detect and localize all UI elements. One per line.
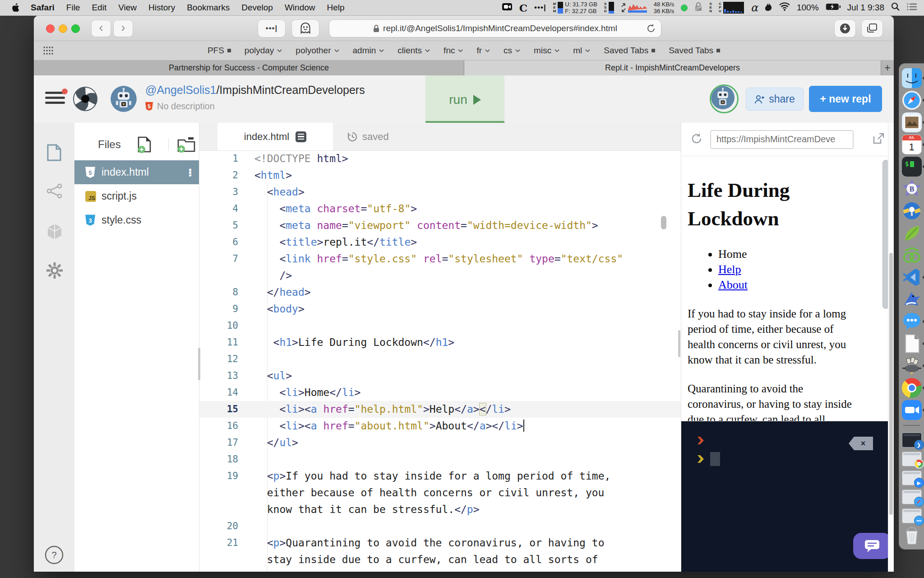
page-scrollbar-thumb[interactable] [889,253,893,515]
code-area[interactable]: 1<!DOCTYPE html>2<html>3 <head>4 <meta c… [199,150,681,572]
code-line-12[interactable]: 12 [199,351,681,368]
code-line-14[interactable]: 14 <li>Home</li> [199,384,681,401]
dock-minimized-messages-window[interactable]: ••• [902,508,922,523]
file-style.css[interactable]: 3style.css [74,208,199,232]
bookmark-saved-tabs-10[interactable]: Saved Tabs [604,46,655,56]
dock-wok-game[interactable] [902,356,922,376]
dock-calendar[interactable]: JUL1 [902,135,922,154]
flame-icon[interactable] [765,2,772,14]
code-line-wrap[interactable]: unexpected health concerns including str… [199,568,681,572]
files-rail-icon[interactable] [46,144,62,163]
file-script.js[interactable]: JSscript.js [74,184,199,208]
file-index.html[interactable]: 5index.html••• [74,160,199,184]
file-menu-icon[interactable] [296,131,306,142]
dock-zoom[interactable] [902,400,922,420]
dock-navicat[interactable] [902,245,922,265]
dock-terminal[interactable]: $ [902,157,922,177]
code-line-5[interactable]: 5 <meta name="viewport" content="width=d… [199,217,681,234]
lock-icon[interactable] [694,2,702,14]
bookmark-fr-6[interactable]: fr [476,46,490,56]
back-button[interactable]: ‹ [92,20,111,37]
notification-center-icon[interactable] [907,3,918,13]
code-line-3[interactable]: 3 <head> [199,184,681,200]
bookmark-polyother-2[interactable]: polyother [296,46,339,56]
dock-coteditor[interactable] [902,223,922,243]
add-file-button[interactable] [137,136,152,155]
menu-history[interactable]: History [143,3,181,13]
zoom-window-button[interactable] [71,24,80,33]
forward-button[interactable]: › [114,20,133,37]
close-window-button[interactable] [46,24,55,33]
code-line-16[interactable]: 16 <li><a href="about.html">About</a></l… [199,418,681,434]
new-tab-button[interactable]: + [881,61,894,75]
bookmark-clients-4[interactable]: clients [397,46,430,56]
battery-icon[interactable] [826,3,841,13]
bookmark-pfs-0[interactable]: PFS [208,46,231,56]
dock-vscode[interactable] [902,267,922,287]
menu-edit[interactable]: Edit [86,3,112,13]
menu-view[interactable]: View [112,3,143,13]
bookmark-cs-7[interactable]: cs [504,46,520,56]
code-line-20[interactable]: 20 [199,518,681,535]
bookmark-misc-8[interactable]: misc [534,46,559,56]
toolbar-more-button[interactable]: •••| [258,20,285,37]
menu-clock[interactable]: Jul 1 9:38 [847,3,884,13]
screen-record-icon[interactable] [502,2,513,14]
code-line-9[interactable]: 9 <body> [199,301,681,317]
hamburger-menu-button[interactable] [45,92,65,107]
preview-nav-about[interactable]: About [718,277,894,293]
tab-overview-button[interactable] [862,20,882,37]
files-editor-splitter[interactable] [198,348,200,380]
code-line-wrap[interactable]: either because of health concerns or civ… [199,485,681,501]
chat-button[interactable] [853,533,891,559]
minimize-window-button[interactable] [59,24,67,33]
file-menu-dots[interactable]: ••• [189,168,192,177]
editor-scrollbar-thumb[interactable] [661,216,666,229]
console[interactable]: × [681,421,894,572]
bookmark-admin-3[interactable]: admin [353,46,384,56]
caffeine-icon[interactable]: C [519,2,527,14]
status-green-dot[interactable] [681,5,688,11]
bookmark-polyday-1[interactable]: polyday [245,46,282,56]
code-line-wrap[interactable]: know that it can be stressful.</p> [199,501,681,518]
user-avatar[interactable] [710,84,739,113]
code-line-10[interactable]: 10 [199,317,681,334]
help-button[interactable]: ? [45,545,64,566]
dock-minimized-browser-window[interactable] [902,452,922,466]
dock-finder[interactable] [902,68,922,88]
code-line-2[interactable]: 2<html> [199,167,681,184]
code-line-wrap[interactable]: stay inside due to a curfew, can lead to… [199,551,681,568]
replit-logo[interactable] [73,86,98,112]
code-line-1[interactable]: 1<!DOCTYPE html> [199,150,681,167]
code-line-8[interactable]: 8 </head> [199,284,681,301]
code-line-wrap[interactable]: /> [199,267,681,284]
apple-menu-icon[interactable] [6,3,25,12]
code-line-21[interactable]: 21 <p>Quarantining to avoid the coronavi… [199,535,681,551]
dock-trash[interactable] [902,526,922,545]
status-more-icon[interactable]: •••| [534,3,546,12]
username-link[interactable]: @AngelSolis1 [145,84,216,96]
network-graph[interactable] [621,2,647,13]
run-button[interactable]: run [425,75,504,124]
code-line-13[interactable]: 13 <ul> [199,368,681,384]
preview-nav-help[interactable]: Help [718,262,894,277]
browser-tab-1[interactable]: Partnership for Success - Computer Scien… [34,61,464,75]
dock-gpsbabel[interactable] [902,201,922,221]
preview-refresh-icon[interactable] [690,132,703,147]
dock-safari[interactable] [902,90,922,110]
code-line-4[interactable]: 4 <meta charset="utf-8"> [199,200,681,217]
code-line-6[interactable]: 6 <title>repl.it</title> [199,234,681,251]
spotlight-icon[interactable] [891,2,900,14]
version-control-rail-icon[interactable] [46,183,63,200]
memory-meter[interactable]: MEM U: 31.73 GB F: 32.27 GB [553,1,597,14]
wifi-icon[interactable] [779,2,790,13]
code-line-17[interactable]: 17 </ul> [199,434,681,451]
editor-preview-splitter[interactable] [678,330,680,357]
browser-tab-2[interactable]: Repl.it - ImpishMintCreamDevelopers [464,61,881,75]
menu-app-name[interactable]: Safari [25,3,60,13]
open-in-new-window-icon[interactable] [872,132,885,147]
preview-url-input[interactable]: https://ImpishMintCreamDeve [710,130,854,149]
repl-avatar[interactable] [111,86,137,112]
ghostery-extension-icon[interactable] [292,20,319,37]
menu-file[interactable]: File [60,3,86,13]
